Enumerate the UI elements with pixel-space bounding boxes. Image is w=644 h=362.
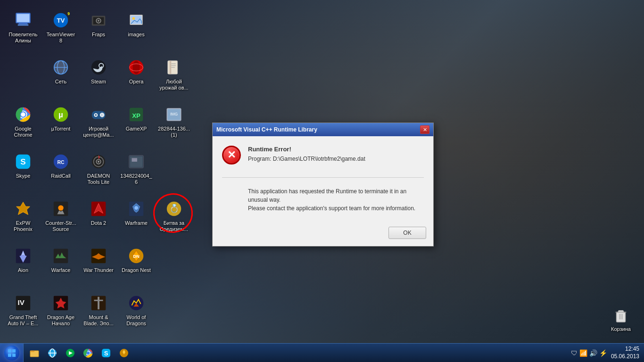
icon-label-book: Любойурожай ов...	[159, 79, 188, 91]
svg-rect-1	[19, 23, 28, 25]
icon-expw[interactable]: ExPWPhoenix	[5, 196, 41, 243]
error-dialog[interactable]: Microsoft Visual C++ Runtime Library ✕ ✕…	[212, 123, 434, 247]
svg-point-18	[91, 60, 106, 74]
icon-recycle[interactable]: Корзина	[603, 302, 639, 336]
svg-point-17	[54, 61, 68, 74]
svg-text:µ: µ	[58, 110, 63, 119]
icon-label-dragonage: Dragon AgeНачало	[47, 314, 74, 327]
svg-text:XP: XP	[132, 112, 140, 119]
skype-icon: S	[14, 152, 33, 171]
svg-point-59	[134, 206, 138, 210]
dialog-top-section: ✕ Runtime Error! Program: D:\Games\LOTR\…	[222, 146, 424, 168]
tray-network[interactable]: 📶	[579, 349, 587, 357]
icon-label-igrovoy: Игровойцентр@Ма...	[83, 126, 114, 138]
taskbar-explorer[interactable]	[26, 345, 43, 362]
icon-opera[interactable]: Opera	[118, 54, 155, 101]
taskbar-skype[interactable]: S	[98, 345, 115, 362]
icon-screenshot2[interactable]: 1348224004_6	[118, 148, 155, 196]
taskbar-game[interactable]	[116, 345, 132, 362]
start-button[interactable]	[0, 344, 24, 362]
icon-label-images: images	[128, 32, 144, 38]
ok-button[interactable]: OK	[388, 227, 426, 239]
icon-mountblade[interactable]: Mount &Blade. Эпо...	[80, 290, 117, 337]
icon-gta[interactable]: IV Grand TheftAuto IV – E...	[5, 290, 41, 337]
taskbar-media[interactable]	[62, 345, 79, 362]
recycle-icon	[611, 305, 630, 324]
icon-label-teamviewer: TeamViewer8	[47, 32, 75, 44]
icon-aion[interactable]: Aion	[5, 243, 41, 290]
desktop-icons-area: ПовелительАлины TV99 TeamViewer8 Fraps i…	[2, 5, 196, 339]
svg-rect-3	[17, 14, 30, 22]
svg-text:S: S	[20, 157, 25, 166]
svg-rect-24	[170, 61, 172, 74]
icon-computer[interactable]: ПовелительАлины	[5, 7, 41, 54]
icon-images[interactable]: images	[118, 7, 155, 54]
network-icon	[51, 58, 70, 77]
icon-label-screenshot: 282844-136...(1)	[158, 126, 190, 138]
gta-icon: IV	[14, 294, 33, 313]
dialog-text-area: Runtime Error! Program: D:\Games\LOTR\lo…	[248, 146, 424, 168]
svg-rect-74	[30, 351, 34, 352]
icon-label-raidcall: RaidCall	[51, 173, 71, 179]
icon-label-aion: Aion	[18, 267, 28, 273]
icon-screenshot[interactable]: IMG 282844-136...(1)	[156, 101, 192, 148]
icon-daemon[interactable]: DAEMONTools Lite	[80, 148, 117, 196]
icon-fraps[interactable]: Fraps	[80, 7, 117, 54]
mountblade-icon	[89, 294, 108, 313]
icon-counter[interactable]: Counter-Str...Source	[42, 196, 79, 243]
tray-sound[interactable]: 🔊	[589, 349, 597, 357]
icon-label-screenshot2: 1348224004_6	[120, 173, 153, 185]
icon-label-chrome: GoogleChrome	[14, 126, 32, 138]
icon-label-bitva: Битва заСредизем...	[160, 220, 188, 232]
icon-steam[interactable]: Steam	[80, 54, 117, 101]
icon-igrovoy[interactable]: Игровойцентр@Ма...	[80, 101, 117, 148]
icon-gamexp[interactable]: XP GameXP	[118, 101, 155, 148]
igrovoy-icon	[89, 105, 108, 124]
icon-dragonage[interactable]: Dragon AgeНачало	[42, 290, 79, 337]
icon-label-fraps: Fraps	[92, 32, 105, 38]
icon-label-counter: Counter-Str...Source	[45, 220, 76, 232]
svg-text:💍: 💍	[169, 204, 180, 214]
tray-power[interactable]: ⚡	[599, 349, 607, 357]
icon-dragonnest[interactable]: DN Dragon Nest	[118, 243, 155, 290]
dota2-icon	[89, 199, 108, 218]
icon-label-dota2: Dota 2	[91, 220, 106, 226]
icon-teamviewer[interactable]: TV99 TeamViewer8	[42, 7, 79, 54]
svg-point-10	[98, 20, 99, 22]
icon-dota2[interactable]: Dota 2	[80, 196, 117, 243]
icon-label-gamexp: GameXP	[126, 126, 147, 132]
icon-network[interactable]: Сеть	[42, 54, 79, 101]
svg-point-56	[58, 205, 63, 210]
error-title: Runtime Error!	[248, 146, 424, 153]
svg-text:RC: RC	[57, 160, 65, 165]
worlddragons-icon	[127, 294, 146, 313]
icon-warface[interactable]: Warface	[42, 243, 79, 290]
taskbar-ie[interactable]	[44, 345, 61, 362]
clock-time: 12:45	[611, 346, 639, 353]
icon-raidcall[interactable]: RC RaidCall	[42, 148, 79, 196]
icon-label-dragonnest: Dragon Nest	[122, 267, 151, 273]
start-orb	[4, 346, 19, 361]
icon-label-mountblade: Mount &Blade. Эпо...	[83, 314, 113, 327]
dragonage-icon	[51, 294, 70, 313]
expw-icon	[14, 199, 33, 218]
icon-book[interactable]: Любойурожай ов...	[156, 54, 192, 101]
icon-warthunder[interactable]: War Thunder	[80, 243, 117, 290]
icon-bitva[interactable]: 💍 Битва заСредизем...	[156, 196, 192, 243]
icon-warframe[interactable]: Warframe	[118, 196, 155, 243]
icon-utorrent[interactable]: µ µTorrent	[42, 101, 79, 148]
icon-skype[interactable]: S Skype	[5, 148, 41, 196]
dialog-close-button[interactable]: ✕	[420, 125, 429, 134]
desktop: ПовелительАлины TV99 TeamViewer8 Fraps i…	[0, 0, 644, 362]
tray-kaspersky[interactable]: 🛡	[571, 349, 578, 357]
icon-label-network: Сеть	[55, 79, 66, 85]
icon-worlddragons[interactable]: World ofDragons	[118, 290, 155, 337]
taskbar-clock: 12:45 05.06.2013	[611, 346, 639, 360]
counter-icon	[51, 199, 70, 218]
taskbar-chrome[interactable]	[80, 345, 97, 362]
dialog-title: Microsoft Visual C++ Runtime Library	[216, 126, 317, 133]
icon-chrome[interactable]: GoogleChrome	[5, 101, 41, 148]
svg-text:DN: DN	[133, 254, 140, 259]
daemon-icon	[89, 152, 108, 171]
clock-date: 05.06.2013	[611, 353, 639, 361]
